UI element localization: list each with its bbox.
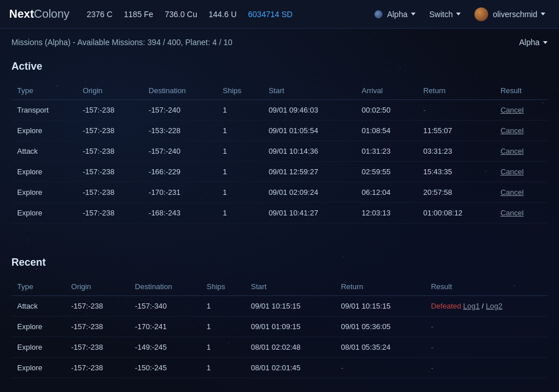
- cell-start: 08/01 02:02:48: [245, 337, 335, 358]
- col-header-type-r: Type: [11, 278, 66, 296]
- cell-ships: 1: [217, 162, 263, 182]
- cell-type: Explore: [11, 121, 77, 141]
- cell-result[interactable]: Cancel: [495, 203, 548, 223]
- cell-start: 09/01 10:15:15: [245, 296, 335, 317]
- table-row: Explore -157:-238 -168:-243 1 09/01 10:4…: [11, 203, 548, 223]
- cancel-button[interactable]: Cancel: [501, 126, 524, 135]
- cell-start: 09/01 10:14:36: [263, 141, 356, 162]
- cell-result: -: [425, 358, 548, 378]
- cancel-button[interactable]: Cancel: [501, 188, 524, 197]
- cell-origin: -157:-238: [77, 141, 143, 162]
- cell-ships: 1: [201, 317, 245, 337]
- alpha-filter-button[interactable]: Alpha: [519, 38, 548, 47]
- table-row: Explore -157:-238 -153:-228 1 09/01 01:0…: [11, 121, 548, 141]
- log1-button[interactable]: Log1: [463, 302, 480, 310]
- cell-ships: 1: [201, 358, 245, 378]
- cell-result[interactable]: Cancel: [495, 182, 548, 203]
- table-row: Explore -157:-238 -170:-241 1 09/01 01:0…: [11, 317, 548, 337]
- cell-origin: -157:-238: [66, 317, 130, 337]
- cell-destination: -149:-245: [129, 337, 201, 358]
- cell-return: 20:57:58: [417, 182, 494, 203]
- cell-ships: 1: [217, 121, 263, 141]
- cell-start: 08/01 02:01:45: [245, 358, 335, 378]
- cell-type: Explore: [11, 203, 77, 223]
- cell-result[interactable]: Cancel: [495, 100, 548, 121]
- table-row: Explore -157:-238 -150:-245 1 08/01 02:0…: [11, 358, 548, 378]
- cell-type: Explore: [11, 358, 66, 378]
- cell-destination: -157:-340: [129, 296, 201, 317]
- planet-selector[interactable]: Alpha: [370, 7, 420, 21]
- cancel-button[interactable]: Cancel: [501, 106, 524, 114]
- switch-button[interactable]: Switch: [425, 7, 465, 21]
- result-dash: -: [431, 322, 433, 331]
- cancel-button[interactable]: Cancel: [501, 147, 524, 155]
- cell-origin: -157:-238: [66, 358, 130, 378]
- cell-origin: -157:-238: [77, 182, 143, 203]
- cell-arrival: 02:59:55: [356, 162, 418, 182]
- cancel-button[interactable]: Cancel: [501, 167, 524, 176]
- cell-result[interactable]: Cancel: [495, 162, 548, 182]
- cell-return: 01:00:08:12: [417, 203, 494, 223]
- cell-destination: -170:-231: [143, 182, 217, 203]
- brand: NextColony: [9, 7, 70, 21]
- table-row: Explore -157:-238 -170:-231 1 09/01 02:0…: [11, 182, 548, 203]
- table-row: Explore -157:-238 -166:-229 1 09/01 12:5…: [11, 162, 548, 182]
- cell-type: Attack: [11, 141, 77, 162]
- sub-header-text: Missions (Alpha) - Available Missions: 3…: [11, 38, 233, 47]
- main-content: Active Type Origin Destination Ships Sta…: [0, 56, 559, 378]
- user-avatar-icon: [474, 7, 488, 21]
- cell-arrival: 01:08:54: [356, 121, 418, 141]
- col-header-ships-r: Ships: [201, 278, 245, 296]
- cell-result[interactable]: Cancel: [495, 141, 548, 162]
- cell-ships: 1: [201, 296, 245, 317]
- user-menu[interactable]: oliverschmid: [470, 5, 550, 23]
- cell-start: 09/01 10:41:27: [263, 203, 356, 223]
- cell-return: 09/01 10:15:15: [335, 296, 425, 317]
- log2-button[interactable]: Log2: [486, 302, 502, 310]
- cell-result: -: [425, 337, 548, 358]
- cell-start: 09/01 09:46:03: [263, 100, 356, 121]
- sd-resource[interactable]: 6034714 SD: [248, 10, 293, 19]
- cancel-button[interactable]: Cancel: [501, 209, 524, 217]
- col-header-start-r: Start: [245, 278, 335, 296]
- cell-type: Explore: [11, 182, 77, 203]
- cell-ships: 1: [217, 141, 263, 162]
- cell-result[interactable]: Cancel: [495, 121, 548, 141]
- cell-ships: 1: [217, 100, 263, 121]
- nav-right: Alpha Switch oliverschmid: [370, 5, 550, 23]
- switch-caret-icon: [456, 13, 461, 15]
- recent-missions-table: Type Origin Destination Ships Start Retu…: [11, 278, 548, 378]
- sub-header-right: Alpha: [519, 38, 548, 47]
- cell-type: Attack: [11, 296, 66, 317]
- cell-return: -: [417, 100, 494, 121]
- brand-part1: Next: [9, 7, 34, 20]
- cell-destination: -150:-245: [129, 358, 201, 378]
- cell-return: -: [335, 358, 425, 378]
- cell-return: 09/01 05:36:05: [335, 317, 425, 337]
- alpha-caret-icon: [543, 41, 548, 44]
- table-row: Explore -157:-238 -149:-245 1 08/01 02:0…: [11, 337, 548, 358]
- col-header-type: Type: [11, 82, 77, 100]
- cell-result: Defeated Log1 / Log2: [425, 296, 548, 317]
- cell-destination: -166:-229: [143, 162, 217, 182]
- cell-origin: -157:-238: [66, 337, 130, 358]
- col-header-arrival: Arrival: [356, 82, 418, 100]
- active-missions-table: Type Origin Destination Ships Start Arri…: [11, 82, 548, 223]
- cell-arrival: 12:03:13: [356, 203, 418, 223]
- brand-part2: Colony: [34, 7, 69, 20]
- cell-return: 08/01 05:35:24: [335, 337, 425, 358]
- carbon-resource: 2376 C: [87, 10, 113, 19]
- cell-origin: -157:-238: [77, 121, 143, 141]
- cell-arrival: 01:31:23: [356, 141, 418, 162]
- cell-arrival: 00:02:50: [356, 100, 418, 121]
- switch-label: Switch: [429, 10, 453, 19]
- col-header-origin: Origin: [77, 82, 143, 100]
- cell-origin: -157:-238: [77, 100, 143, 121]
- cell-destination: -157:-240: [143, 100, 217, 121]
- cell-origin: -157:-238: [77, 203, 143, 223]
- copper-resource: 736.0 Cu: [165, 10, 197, 19]
- cell-type: Explore: [11, 162, 77, 182]
- cell-start: 09/01 01:05:54: [263, 121, 356, 141]
- col-header-destination-r: Destination: [129, 278, 201, 296]
- planet-icon: [374, 10, 382, 18]
